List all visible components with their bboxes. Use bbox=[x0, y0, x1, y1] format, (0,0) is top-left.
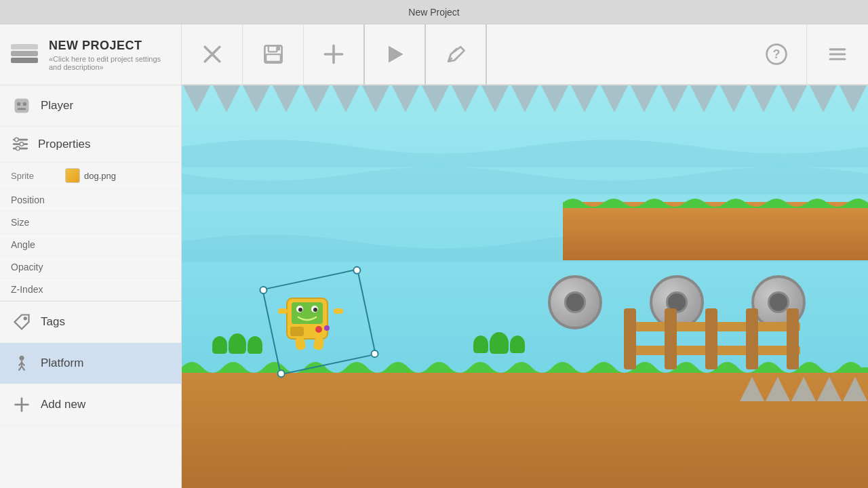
toolbar: ? bbox=[182, 24, 868, 85]
angle-label: Angle bbox=[11, 239, 35, 250]
position-label: Position bbox=[11, 195, 45, 205]
sidebar-item-player[interactable]: Player bbox=[0, 85, 181, 127]
svg-rect-6 bbox=[18, 108, 26, 110]
opacity-row: Opacity bbox=[0, 256, 181, 279]
properties-section: Properties Sprite dog.png Position Size … bbox=[0, 127, 181, 302]
menu-button[interactable] bbox=[807, 24, 868, 85]
title-bar: New Project bbox=[0, 0, 868, 24]
help-button[interactable]: ? bbox=[746, 24, 807, 85]
properties-icon bbox=[11, 135, 30, 154]
svg-rect-44 bbox=[787, 308, 799, 369]
project-info: NEW PROJECT «Click here to edit project … bbox=[49, 39, 173, 71]
tags-icon bbox=[11, 311, 33, 333]
svg-rect-9 bbox=[13, 148, 28, 150]
play-button[interactable] bbox=[365, 24, 426, 85]
sprite-row: Sprite dog.png bbox=[0, 163, 181, 189]
sidebar-item-platform[interactable]: Platform bbox=[0, 343, 181, 384]
zindex-row: Z-Index bbox=[0, 279, 181, 301]
svg-point-11 bbox=[20, 142, 24, 146]
sprite-thumbnail bbox=[65, 168, 80, 183]
svg-rect-27 bbox=[277, 46, 280, 50]
svg-rect-2 bbox=[11, 44, 38, 49]
bush-left bbox=[212, 336, 262, 354]
spikes-top bbox=[182, 85, 868, 113]
floating-platform bbox=[563, 186, 868, 260]
svg-point-4 bbox=[17, 102, 20, 106]
svg-point-14 bbox=[20, 356, 24, 361]
close-button[interactable] bbox=[182, 24, 243, 85]
fence bbox=[624, 308, 800, 369]
player-icon bbox=[11, 95, 33, 117]
properties-label: Properties bbox=[38, 138, 90, 151]
sidebar-item-addnew[interactable]: Add new bbox=[0, 384, 181, 426]
svg-line-17 bbox=[22, 366, 24, 370]
svg-text:?: ? bbox=[772, 47, 780, 61]
bush-center bbox=[473, 336, 525, 354]
svg-rect-3 bbox=[15, 99, 29, 113]
angle-row: Angle bbox=[0, 234, 181, 256]
svg-rect-41 bbox=[665, 308, 677, 369]
svg-point-12 bbox=[16, 146, 20, 150]
svg-rect-1 bbox=[11, 51, 38, 56]
project-name: NEW PROJECT bbox=[49, 39, 173, 53]
svg-point-5 bbox=[23, 102, 26, 106]
edit-button[interactable] bbox=[426, 24, 487, 85]
sidebar: NEW PROJECT «Click here to edit project … bbox=[0, 24, 182, 488]
platform-grass-svg bbox=[563, 189, 868, 208]
title-label: New Project bbox=[408, 7, 459, 18]
size-row: Size bbox=[0, 211, 181, 234]
svg-point-10 bbox=[15, 138, 19, 142]
sprite-value: dog.png bbox=[65, 168, 116, 183]
properties-header[interactable]: Properties bbox=[0, 127, 181, 163]
opacity-label: Opacity bbox=[11, 262, 43, 272]
addnew-icon bbox=[11, 394, 33, 415]
project-description: «Click here to edit project settings and… bbox=[49, 55, 173, 71]
save-button[interactable] bbox=[243, 24, 304, 85]
game-canvas[interactable] bbox=[182, 85, 868, 488]
svg-rect-26 bbox=[266, 54, 281, 62]
spikes-bottom-right bbox=[739, 377, 868, 401]
add-button[interactable] bbox=[304, 24, 365, 85]
svg-marker-30 bbox=[389, 45, 403, 62]
addnew-label: Add new bbox=[41, 398, 85, 411]
position-row: Position bbox=[0, 189, 181, 211]
platform-icon bbox=[11, 352, 33, 374]
svg-rect-40 bbox=[624, 308, 636, 369]
main-content: ? bbox=[182, 24, 868, 488]
platform-label: Platform bbox=[41, 357, 83, 370]
sidebar-item-tags[interactable]: Tags bbox=[0, 302, 181, 343]
svg-rect-43 bbox=[746, 308, 758, 369]
svg-rect-42 bbox=[705, 308, 717, 369]
sprite-filename: dog.png bbox=[84, 171, 116, 181]
svg-rect-0 bbox=[11, 58, 38, 63]
gear-1 bbox=[548, 275, 602, 329]
player-label: Player bbox=[41, 99, 73, 113]
player-container[interactable] bbox=[277, 285, 344, 355]
app-body: NEW PROJECT «Click here to edit project … bbox=[0, 24, 868, 488]
project-logo-icon bbox=[8, 39, 41, 71]
project-header[interactable]: NEW PROJECT «Click here to edit project … bbox=[0, 24, 181, 85]
sprite-label: Sprite bbox=[11, 171, 65, 181]
tags-label: Tags bbox=[41, 315, 65, 329]
zindex-label: Z-Index bbox=[11, 284, 43, 295]
size-label: Size bbox=[11, 217, 29, 228]
svg-point-13 bbox=[24, 317, 27, 320]
